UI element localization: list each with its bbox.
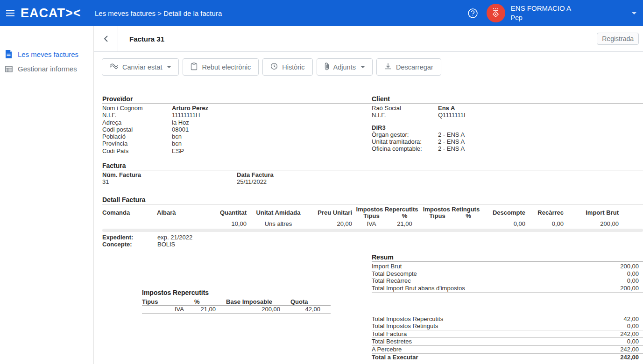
field-row: Codi postal08001 bbox=[102, 126, 372, 133]
field-row: Codi PaísESP bbox=[102, 147, 372, 154]
invoice-document-icon bbox=[5, 50, 18, 58]
col-subheader: % bbox=[389, 213, 420, 220]
concepte-row: Concepte: BOLIS bbox=[102, 241, 643, 248]
col-header: Unitat Amidada bbox=[248, 205, 308, 220]
back-button[interactable] bbox=[94, 26, 118, 52]
sidebar-item-les-meves-factures[interactable]: Les meves factures bbox=[0, 47, 93, 62]
historic-button[interactable]: Històric bbox=[262, 58, 312, 76]
caret-down-icon bbox=[361, 66, 365, 68]
col-group-header: Impostos Retinguts bbox=[420, 205, 482, 213]
canviar-estat-button[interactable]: Canviar estat bbox=[102, 58, 179, 76]
resum-total-row: Total a Executar242,00 bbox=[372, 354, 643, 362]
descarregar-button[interactable]: Descarregar bbox=[376, 58, 441, 76]
impostos-repercutits-heading: Impostos Repercutits bbox=[142, 289, 331, 297]
eacat-logo[interactable]: EACAT>< bbox=[21, 6, 81, 21]
resum-row: Import Brut200,00 bbox=[372, 263, 643, 270]
resum-heading: Resum bbox=[372, 253, 643, 262]
history-icon bbox=[270, 63, 278, 71]
toolbar: Canviar estat Rebut electrònic bbox=[102, 58, 643, 76]
field-row: Òrgan gestor:2 - ENS A bbox=[372, 131, 643, 138]
detall-factura-section: Detall Factura Comanda Albarà Quantitat … bbox=[102, 196, 643, 248]
caret-down-icon bbox=[632, 12, 636, 14]
field-row: Raó SocialEns A bbox=[372, 105, 643, 112]
expedient-row: Expedient: exp. 21/2022 bbox=[102, 234, 643, 241]
client-section: Client Raó SocialEns A N.I.F.Q1111111I D… bbox=[372, 95, 643, 154]
field-row: Oficina comptable:2 - ENS A bbox=[372, 145, 643, 152]
main-panel: Factura 31 Registrada Canviar estat bbox=[94, 26, 643, 364]
field-row: Poblacióbcn bbox=[102, 133, 372, 140]
resum-row: Total Impostos Retinguts0,00 bbox=[372, 322, 643, 330]
resum-row: Total Descompte0,00 bbox=[372, 270, 643, 278]
col-header: Comanda bbox=[102, 205, 157, 220]
col-header: Quantitat bbox=[209, 205, 248, 220]
proveidor-heading: Proveïdor bbox=[102, 95, 372, 104]
app-header: EACAT>< Les meves factures > Detall de l… bbox=[0, 0, 643, 26]
attachment-icon bbox=[325, 63, 329, 72]
field-row: Adreçala Hoz bbox=[102, 119, 372, 126]
col-subheader: % bbox=[454, 213, 482, 220]
breadcrumb: Les meves factures > Detall de la factur… bbox=[95, 9, 222, 17]
field-row: N.I.F.Q1111111I bbox=[372, 112, 643, 119]
table-horizontal-scrollbar[interactable] bbox=[102, 229, 643, 232]
header-right: ENS FORMACIO A Pep bbox=[467, 4, 643, 22]
table-row: 10,00 Uns altres 20,00 IVA 21,00 0,00 0,… bbox=[102, 220, 643, 227]
impostos-repercutits-section: Impostos Repercutits Tipus % Base Imposa… bbox=[102, 248, 372, 361]
user-menu[interactable]: ENS FORMACIO A Pep bbox=[487, 4, 643, 22]
detall-factura-heading: Detall Factura bbox=[102, 196, 643, 204]
col-subheader: Tipus bbox=[420, 213, 454, 220]
resum-row: Total Recàrrec0,00 bbox=[372, 277, 643, 285]
resum-row: Total Bestretes0,00 bbox=[372, 338, 643, 346]
field-row: Unitat tramitadora:2 - ENS A bbox=[372, 138, 643, 145]
resum-section: Resum Import Brut200,00 Total Descompte0… bbox=[372, 248, 643, 361]
change-state-icon bbox=[110, 63, 118, 71]
user-identity: ENS FORMACIO A Pep bbox=[511, 4, 571, 22]
client-heading: Client bbox=[372, 95, 643, 104]
field-row: Provínciabcn bbox=[102, 140, 372, 147]
user-name: Pep bbox=[511, 13, 571, 22]
reports-grid-icon bbox=[5, 65, 18, 73]
page-title: Factura 31 bbox=[129, 35, 164, 43]
col-header: % bbox=[194, 298, 226, 306]
rebut-electronic-button[interactable]: Rebut electrònic bbox=[183, 58, 259, 76]
col-header: Recàrrec bbox=[527, 205, 565, 220]
resum-row: A Percebre242,00 bbox=[372, 346, 643, 354]
col-header: Preu Unitari bbox=[308, 205, 354, 220]
factura-section: Factura Núm. Factura 31 Data Factura 25/… bbox=[102, 162, 643, 186]
resum-row: Total Import Brut abans d'impostos200,00 bbox=[372, 285, 643, 293]
sidebar: Les meves factures Gestionar informes bbox=[0, 26, 94, 364]
sidebar-item-label: Les meves factures bbox=[18, 50, 78, 58]
col-header: Quota bbox=[290, 298, 331, 306]
download-icon bbox=[384, 63, 392, 71]
sidebar-item-label: Gestionar informes bbox=[18, 65, 77, 73]
field-row: Nom i CognomArturo Perez bbox=[102, 105, 372, 112]
col-group-header: Impostos Repercutits bbox=[354, 205, 420, 213]
entity-avatar-icon bbox=[487, 4, 505, 22]
col-spacer bbox=[621, 205, 643, 220]
field-row: N.I.F.11111111H bbox=[102, 112, 372, 119]
col-subheader: Tipus bbox=[354, 213, 389, 220]
status-badge: Registrada bbox=[597, 33, 639, 45]
sidebar-item-gestionar-informes[interactable]: Gestionar informes bbox=[0, 62, 93, 76]
dir3-heading: DIR3 bbox=[372, 124, 643, 131]
num-factura-field: Núm. Factura 31 bbox=[102, 171, 237, 186]
impostos-repercutits-table: Tipus % Base Imposable Quota IVA 21,00 bbox=[142, 298, 331, 314]
col-header: Descompte bbox=[482, 205, 527, 220]
invoice-detail-content: Proveïdor Nom i CognomArturo Perez N.I.F… bbox=[94, 95, 643, 361]
help-icon[interactable] bbox=[467, 7, 479, 19]
adjunts-button[interactable]: Adjunts bbox=[317, 58, 373, 76]
entity-name: ENS FORMACIO A bbox=[511, 4, 571, 13]
table-row: IVA 21,00 200,00 42,00 bbox=[142, 306, 331, 314]
resum-row: Total Factura242,00 bbox=[372, 330, 643, 338]
resum-spacer bbox=[372, 293, 643, 315]
proveidor-section: Proveïdor Nom i CognomArturo Perez N.I.F… bbox=[102, 95, 372, 154]
col-header: Base Imposable bbox=[226, 298, 290, 306]
factura-heading: Factura bbox=[102, 162, 643, 170]
data-factura-field: Data Factura 25/11/2022 bbox=[237, 171, 371, 186]
menu-icon[interactable] bbox=[0, 9, 21, 17]
col-header: Import Brut bbox=[565, 205, 621, 220]
receipt-icon bbox=[191, 63, 198, 72]
resum-row: Total Impostos Repercutits42,00 bbox=[372, 315, 643, 323]
title-bar: Factura 31 Registrada bbox=[94, 26, 643, 52]
detall-factura-table: Comanda Albarà Quantitat Unitat Amidada … bbox=[102, 205, 643, 227]
col-header: Tipus bbox=[142, 298, 194, 306]
